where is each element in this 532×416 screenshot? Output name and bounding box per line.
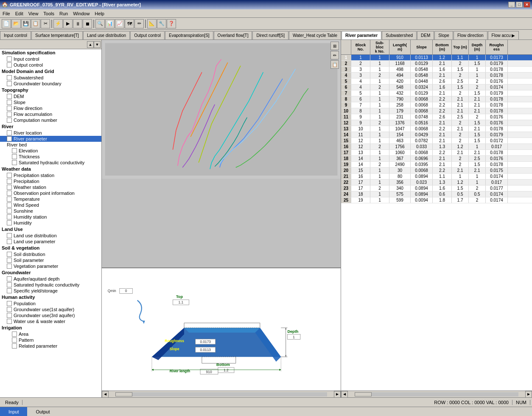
sidebar-item-sat-hydro-cond[interactable]: Saturated hydraulic conductivity bbox=[0, 160, 101, 166]
sidebar-item-river-location[interactable]: River location bbox=[0, 130, 101, 136]
section-weather[interactable]: Weather data bbox=[0, 166, 101, 172]
toolbar-open[interactable]: 📂 bbox=[11, 19, 21, 28]
table-row[interactable]: 1914224900.03952.121.50.0178 bbox=[341, 162, 532, 168]
sidebar-item-humidity[interactable]: Humidity bbox=[0, 220, 101, 226]
toolbar-new[interactable]: 📄 bbox=[2, 19, 11, 28]
checkbox-water-use[interactable] bbox=[7, 319, 12, 324]
table-row[interactable]: 21161800.08941.1110.0174 bbox=[341, 174, 532, 180]
checkbox-wind-speed[interactable] bbox=[7, 202, 12, 208]
scroll-thumb[interactable] bbox=[115, 392, 132, 396]
checkbox-related-param[interactable] bbox=[12, 343, 17, 349]
sidebar-item-output-control[interactable]: Output control bbox=[0, 62, 101, 68]
checkbox-river-location[interactable] bbox=[7, 130, 12, 135]
table-row[interactable]: 9712580.00682.22.12.10.0178 bbox=[341, 102, 532, 108]
sidebar-item-groundwater-boundary[interactable]: Groundwater boundary bbox=[0, 81, 101, 87]
sidebar-item-land-use-dist[interactable]: Land use distribution bbox=[0, 233, 101, 239]
sidebar-item-water-use[interactable]: Water use & waste water bbox=[0, 318, 101, 324]
table-row[interactable]: 4324940.05482.1210.0178 bbox=[341, 73, 532, 79]
table-row[interactable]: 11912310.07482.62.520.0176 bbox=[341, 114, 532, 120]
tab-surface-temperature[interactable]: Surface temperature[T] bbox=[31, 31, 83, 39]
table-row[interactable]: 151214630.07822.121.50.0172 bbox=[341, 138, 532, 144]
checkbox-pattern[interactable] bbox=[12, 337, 17, 343]
table-row[interactable]: 6425480.03241.61.520.0174 bbox=[341, 84, 532, 90]
section-model-domain[interactable]: Model Domain and Grid bbox=[0, 68, 101, 75]
checkbox-sat-hydro-gw[interactable] bbox=[7, 282, 12, 287]
menu-tools[interactable]: Tools bbox=[41, 10, 57, 17]
map-btn-2[interactable]: ✏ bbox=[330, 51, 339, 59]
title-bar-buttons[interactable]: _ □ ✕ bbox=[508, 2, 530, 8]
table-row[interactable]: 129213760.05162.121.50.0176 bbox=[341, 120, 532, 126]
minimize-button[interactable]: _ bbox=[508, 2, 515, 8]
checkbox-thickness[interactable] bbox=[12, 154, 17, 159]
toolbar-btn-11[interactable]: 🔧 bbox=[157, 19, 166, 28]
toolbar-cut[interactable]: ✂ bbox=[41, 19, 50, 28]
table-row[interactable]: 181413670.06962.122.50.0176 bbox=[341, 156, 532, 162]
checkbox-land-use-dist[interactable] bbox=[7, 233, 12, 238]
table-row[interactable]: 20151300.00682.22.12.10.0175 bbox=[341, 168, 532, 174]
toolbar-btn-10[interactable]: 📐 bbox=[147, 19, 157, 28]
sidebar-item-related-param[interactable]: Related parameter bbox=[0, 343, 101, 349]
sidebar-item-soil-dist[interactable]: Soil distribution bbox=[0, 251, 101, 257]
table-scroll-thumb[interactable] bbox=[355, 392, 372, 396]
tab-output-control[interactable]: Output control bbox=[130, 31, 165, 39]
checkbox-soil-param[interactable] bbox=[7, 258, 12, 263]
sidebar-item-flow-direction[interactable]: Flow direction bbox=[0, 105, 101, 111]
sidebar-down-btn[interactable]: ▼ bbox=[94, 41, 101, 48]
sidebar-item-observation-point[interactable]: Observation point information bbox=[0, 190, 101, 196]
table-row[interactable]: 22111680.01292.121.50.0179 bbox=[341, 61, 532, 67]
table-row[interactable]: 1310110470.00682.22.12.10.0178 bbox=[341, 126, 532, 132]
table-row[interactable]: 3314980.05481.61.510.0178 bbox=[341, 67, 532, 73]
checkbox-specific-yield[interactable] bbox=[7, 288, 12, 293]
table-row[interactable]: 241815750.08940.60.50.50.0174 bbox=[341, 191, 532, 197]
table-row[interactable]: 1713110600.00682.22.12.10.0178 bbox=[341, 150, 532, 156]
checkbox-humidity-station[interactable] bbox=[7, 214, 12, 219]
tab-input-control[interactable]: Input control bbox=[0, 31, 31, 39]
sidebar-item-humidity-station[interactable]: Humidity station bbox=[0, 214, 101, 220]
table-scroll-left[interactable]: ◀ bbox=[341, 391, 348, 398]
sidebar-item-gw-use-1st[interactable]: Groundwater use(1st aquifer) bbox=[0, 306, 101, 312]
toolbar-btn-12[interactable]: ❓ bbox=[167, 19, 176, 28]
sidebar-item-dem[interactable]: DEM bbox=[0, 93, 101, 99]
sidebar-up-btn[interactable]: ▲ bbox=[87, 41, 94, 48]
toolbar-btn-5[interactable]: 🔍 bbox=[95, 19, 105, 28]
checkbox-dem[interactable] bbox=[7, 94, 12, 99]
checkbox-population[interactable] bbox=[7, 301, 12, 306]
section-human[interactable]: Human activity bbox=[0, 294, 101, 301]
toolbar-btn-7[interactable]: 📈 bbox=[115, 19, 124, 28]
sidebar-item-area[interactable]: Area bbox=[0, 331, 101, 337]
tab-river-parameter[interactable]: River parameter bbox=[342, 31, 381, 39]
sidebar-item-wind-speed[interactable]: Wind Speed bbox=[0, 202, 101, 208]
section-soil-veg[interactable]: Soil & vegetation bbox=[0, 245, 101, 251]
checkbox-gw-use-3rd[interactable] bbox=[7, 313, 12, 318]
section-irrigation[interactable]: Irrigation bbox=[0, 324, 101, 331]
toolbar-btn-6[interactable]: 📊 bbox=[105, 19, 115, 28]
tab-flow-direction[interactable]: Flow direction bbox=[454, 31, 487, 39]
checkbox-temperature[interactable] bbox=[7, 197, 12, 202]
table-scroll-track[interactable] bbox=[355, 392, 518, 396]
table-row[interactable]: 221713560.0231.31.210.017 bbox=[341, 180, 532, 186]
checkbox-subwatershed[interactable] bbox=[7, 75, 12, 80]
tab-land-use-distribution[interactable]: Land use distribution bbox=[83, 31, 130, 39]
tab-dem[interactable]: DEM bbox=[417, 31, 434, 39]
table-scroll-right[interactable]: ▶ bbox=[525, 391, 532, 398]
sidebar-item-precipitation[interactable]: Precipitation bbox=[0, 178, 101, 184]
checkbox-flow-accumulation[interactable] bbox=[7, 112, 12, 117]
table-row[interactable]: 8617900.00682.22.12.10.0178 bbox=[341, 96, 532, 102]
section-river[interactable]: River bbox=[0, 123, 101, 130]
menu-run[interactable]: Run bbox=[57, 10, 70, 17]
table-row[interactable]: 1119100.01131.21.110.0173 bbox=[341, 55, 532, 61]
tab-subwatershed[interactable]: Subwatershed bbox=[382, 31, 417, 39]
section-land-use[interactable]: Land Use bbox=[0, 226, 101, 233]
sidebar-item-river-bed[interactable]: River bed bbox=[0, 142, 101, 148]
checkbox-sat-hydro-cond[interactable] bbox=[12, 160, 17, 165]
map-btn-3[interactable]: 📋 bbox=[330, 60, 339, 69]
sidebar-item-precipitation-station[interactable]: Precipitation station bbox=[0, 172, 101, 178]
tab-slope[interactable]: Slope bbox=[434, 31, 453, 39]
checkbox-slope[interactable] bbox=[7, 100, 12, 105]
toolbar-save[interactable]: 💾 bbox=[21, 19, 31, 28]
checkbox-soil-dist[interactable] bbox=[7, 252, 12, 257]
sidebar-item-gw-use-3rd[interactable]: Groundwater use(3rd aquifer) bbox=[0, 312, 101, 318]
sidebar-item-soil-param[interactable]: Soil parameter bbox=[0, 257, 101, 263]
sidebar-item-river-parameter[interactable]: River parameter bbox=[0, 136, 101, 142]
sidebar-item-input-control[interactable]: Input control bbox=[0, 56, 101, 62]
